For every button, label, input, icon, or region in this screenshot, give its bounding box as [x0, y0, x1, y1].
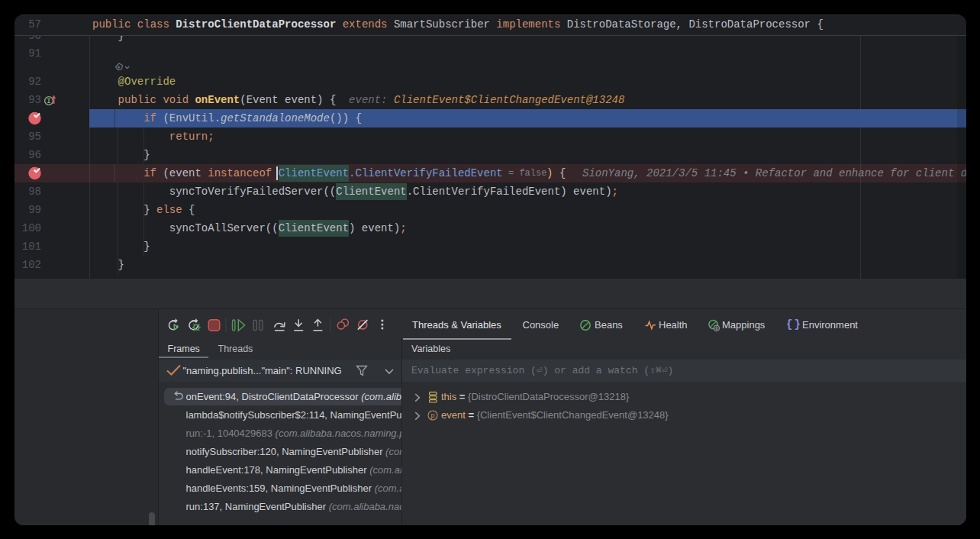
- svg-text:p: p: [430, 412, 434, 419]
